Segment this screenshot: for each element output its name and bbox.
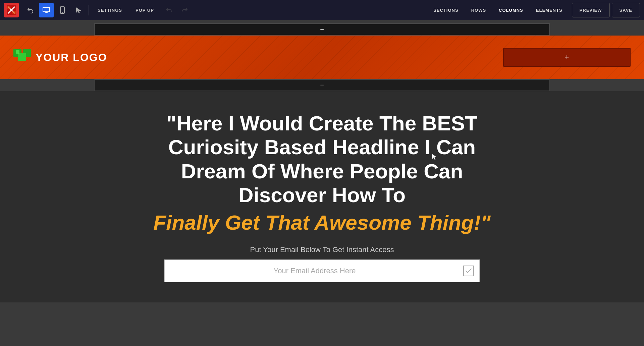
rows-button[interactable]: ROWS [465, 3, 492, 17]
svg-rect-3 [7, 6, 10, 9]
logo-area: YOUR LOGO [13, 49, 107, 66]
email-placeholder: Your Email Address Here [170, 267, 459, 275]
header-plus-icon: + [565, 53, 569, 62]
svg-rect-14 [16, 50, 19, 54]
elements-button[interactable]: ELEMENTS [530, 3, 569, 17]
headline-white: "Here I Would Create The BEST Curiosity … [144, 111, 500, 207]
add-row-bar-top[interactable]: + [94, 23, 550, 36]
subtitle-text: Put Your Email Below To Get Instant Acce… [144, 245, 500, 254]
app-logo[interactable] [4, 3, 19, 17]
settings-button[interactable]: SETTINGS [92, 3, 128, 17]
sections-button[interactable]: SECTIONS [427, 3, 464, 17]
toolbar: SETTINGS POP UP SECTIONS ROWS COLUMNS EL… [0, 0, 644, 20]
canvas: + YOUR LOGO + [0, 20, 644, 346]
email-checkbox[interactable] [463, 266, 474, 276]
main-content: "Here I Would Create The BEST Curiosity … [0, 91, 644, 302]
header-inner: YOUR LOGO + [0, 36, 644, 79]
email-input-wrapper[interactable]: Your Email Address Here [164, 260, 480, 282]
svg-rect-5 [43, 7, 50, 12]
mobile-view-button[interactable] [55, 3, 70, 17]
header-add-button[interactable]: + [503, 48, 631, 67]
popup-button[interactable]: POP UP [129, 3, 160, 17]
logo-icon [13, 49, 32, 66]
redo-button[interactable] [177, 3, 192, 17]
headline-orange: Finally Get That Awesome Thing!" [144, 210, 500, 235]
add-row-plus-top: + [320, 26, 324, 34]
toolbar-divider-1 [89, 5, 89, 15]
main-content-inner: "Here I Would Create The BEST Curiosity … [144, 111, 500, 282]
section-divider-bar[interactable]: + [94, 79, 550, 91]
svg-rect-13 [18, 53, 26, 61]
cursor-tool-button[interactable] [71, 3, 86, 17]
header-section: YOUR LOGO + [0, 36, 644, 79]
toolbar-right: SECTIONS ROWS COLUMNS ELEMENTS PREVIEW S… [427, 3, 640, 17]
logo-text: YOUR LOGO [36, 51, 107, 64]
svg-marker-10 [76, 7, 81, 13]
email-row: Your Email Address Here [144, 260, 500, 282]
columns-button[interactable]: COLUMNS [493, 3, 529, 17]
undo-button[interactable] [23, 3, 38, 17]
undo2-button[interactable] [161, 3, 176, 17]
svg-rect-4 [12, 11, 16, 14]
desktop-view-button[interactable] [39, 3, 54, 17]
svg-point-9 [62, 12, 63, 13]
save-button[interactable]: SAVE [612, 3, 640, 17]
preview-button[interactable]: PREVIEW [572, 3, 610, 17]
section-divider-plus: + [320, 81, 324, 89]
